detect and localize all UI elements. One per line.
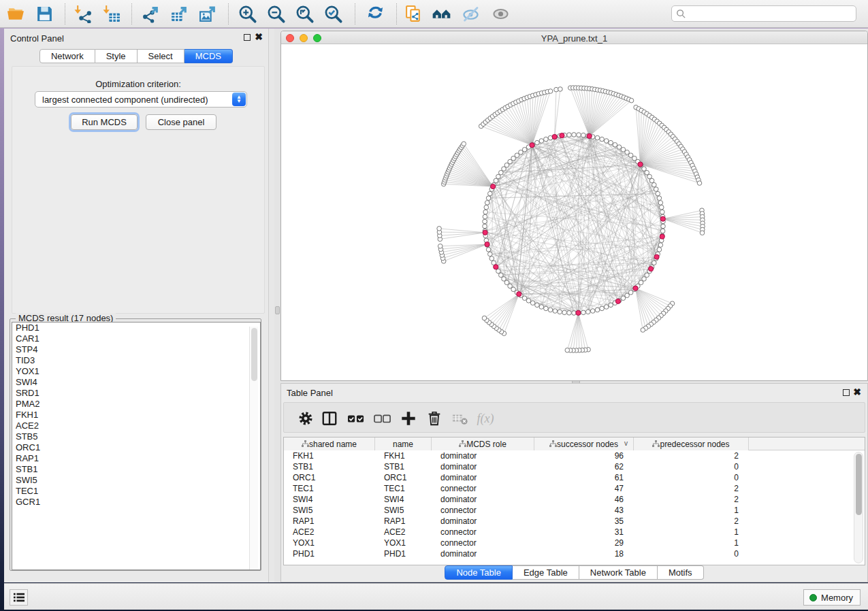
criterion-dropdown[interactable]: largest connected component (undirected)…	[35, 91, 247, 108]
graph-node[interactable]	[586, 310, 591, 314]
graph-node[interactable]	[660, 210, 665, 214]
mcds-node[interactable]	[633, 286, 638, 291]
mcds-node[interactable]	[660, 216, 665, 221]
mcds-result-item[interactable]: TEC1	[12, 486, 260, 497]
graph-node[interactable]	[658, 201, 663, 205]
table-cell[interactable]: ACE2	[284, 527, 375, 538]
table-cell[interactable]: 29	[534, 538, 634, 548]
table-cell[interactable]: YOX1	[284, 538, 375, 548]
graph-node[interactable]	[484, 205, 489, 210]
graph-node[interactable]	[488, 252, 493, 257]
mcds-result-item[interactable]: RAP1	[12, 453, 260, 464]
table-cell[interactable]: 43	[534, 505, 634, 516]
graph-node[interactable]	[539, 305, 544, 310]
table-cell[interactable]: 62	[534, 461, 634, 472]
graph-node[interactable]	[659, 205, 664, 210]
table-row[interactable]: TEC1TEC1connector472	[284, 483, 865, 494]
tab-edge-table[interactable]: Edge Table	[513, 565, 579, 580]
table-cell[interactable]: 35	[534, 516, 634, 527]
graph-node[interactable]	[489, 257, 494, 261]
zoom-selected-button[interactable]	[323, 4, 343, 24]
graph-node[interactable]	[621, 296, 626, 301]
mcds-node[interactable]	[485, 242, 489, 247]
deselect-all-button[interactable]	[373, 409, 392, 428]
mcds-result-item[interactable]: STB5	[12, 431, 260, 442]
mcds-node[interactable]	[494, 265, 498, 269]
table-row[interactable]: ACE2ACE2connector311	[284, 527, 865, 538]
table-cell[interactable]: connector	[432, 483, 534, 494]
table-row[interactable]: FKH1FKH1dominator962	[284, 450, 865, 461]
result-list-scrollbar[interactable]	[249, 327, 258, 570]
column-header-successor-nodes[interactable]: successor nodesv	[534, 437, 634, 450]
vertical-splitter[interactable]	[274, 29, 280, 582]
export-network-button[interactable]	[140, 4, 161, 24]
mcds-node[interactable]	[638, 162, 643, 167]
table-cell[interactable]: 46	[534, 494, 634, 505]
table-cell[interactable]: 2	[634, 494, 749, 505]
graph-leaf-node[interactable]	[629, 98, 634, 103]
graph-node[interactable]	[654, 187, 658, 192]
table-cell[interactable]: SWI4	[375, 494, 432, 505]
zoom-fit-button[interactable]	[294, 4, 315, 24]
graph-node[interactable]	[544, 137, 549, 142]
table-cell[interactable]: connector	[432, 505, 534, 516]
search-input[interactable]	[671, 5, 856, 22]
graph-node[interactable]	[577, 133, 581, 137]
table-cell[interactable]: ORC1	[375, 472, 432, 483]
column-header-shared-name[interactable]: shared name	[284, 437, 375, 450]
table-cell[interactable]: 31	[534, 527, 634, 538]
tab-select[interactable]: Select	[138, 49, 184, 63]
table-cell[interactable]: SWI4	[284, 494, 375, 505]
table-cell[interactable]: 47	[534, 483, 634, 494]
select-all-button[interactable]	[347, 409, 366, 428]
graph-node[interactable]	[600, 137, 605, 142]
table-cell[interactable]: STB1	[375, 461, 432, 472]
tab-network[interactable]: Network	[39, 49, 95, 63]
import-table-button[interactable]	[101, 4, 122, 24]
graph-node[interactable]	[660, 229, 665, 233]
graph-leaf-node[interactable]	[697, 181, 702, 186]
graph-node[interactable]	[613, 143, 617, 148]
mcds-node[interactable]	[552, 135, 557, 139]
graph-node[interactable]	[486, 248, 491, 252]
float-panel-icon[interactable]	[244, 34, 251, 41]
table-row[interactable]: STB1STB1dominator620	[284, 461, 865, 472]
graph-node[interactable]	[595, 135, 600, 140]
graph-node[interactable]	[486, 196, 491, 201]
table-cell[interactable]: ORC1	[284, 472, 375, 483]
mcds-result-item[interactable]: STB1	[12, 464, 260, 475]
table-cell[interactable]: 2	[634, 450, 749, 461]
mcds-node[interactable]	[660, 234, 664, 239]
mcds-result-item[interactable]: STP4	[12, 344, 260, 355]
table-cell[interactable]: dominator	[432, 461, 534, 472]
table-cell[interactable]: RAP1	[284, 516, 375, 527]
table-row[interactable]: SWI5SWI5connector431	[284, 505, 865, 516]
table-cell[interactable]: 0	[634, 548, 749, 559]
graph-node[interactable]	[558, 310, 562, 314]
graph-leaf-node[interactable]	[700, 231, 705, 235]
graph-leaf-node[interactable]	[548, 89, 553, 94]
graph-node[interactable]	[548, 308, 553, 312]
graph-node[interactable]	[572, 133, 577, 137]
tab-style[interactable]: Style	[95, 49, 138, 63]
graph-node[interactable]	[649, 178, 654, 183]
graph-leaf-node[interactable]	[565, 348, 570, 352]
close-panel-button[interactable]: Close panel	[146, 114, 216, 130]
close-panel-icon[interactable]: ✖	[255, 31, 263, 42]
mcds-result-item[interactable]: YOX1	[12, 366, 260, 377]
graph-node[interactable]	[483, 214, 487, 219]
graph-node[interactable]	[656, 191, 660, 196]
memory-button[interactable]: Memory	[803, 589, 861, 606]
export-image-button[interactable]	[197, 4, 218, 24]
mcds-result-item[interactable]: ACE2	[12, 420, 260, 431]
open-file-button[interactable]	[5, 4, 26, 24]
graph-node[interactable]	[539, 139, 544, 144]
graph-node[interactable]	[530, 301, 535, 306]
mcds-result-item[interactable]: PHD1	[12, 323, 260, 333]
graph-node[interactable]	[595, 308, 600, 312]
graph-node[interactable]	[483, 210, 488, 214]
delete-table-button[interactable]	[451, 409, 470, 428]
table-cell[interactable]: 2	[634, 483, 749, 494]
graph-node[interactable]	[567, 311, 572, 316]
first-neighbors-button[interactable]	[431, 4, 451, 24]
